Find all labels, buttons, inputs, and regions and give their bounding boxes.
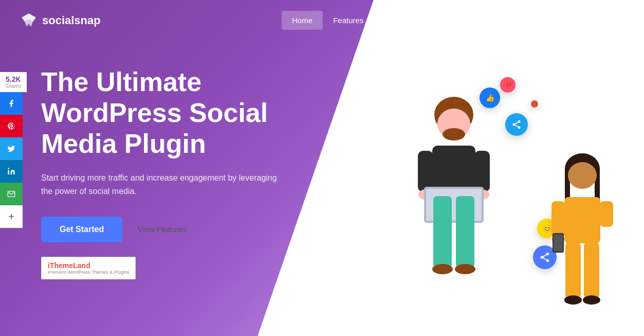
nav-pricing[interactable]: Pricing	[374, 11, 418, 30]
nav-help[interactable]: Help	[454, 11, 490, 30]
nav-links: Home Features Pricing Blog Help	[282, 16, 490, 25]
svg-rect-23	[433, 196, 452, 268]
nav-blog[interactable]: Blog	[418, 11, 454, 30]
share-count: 5.2K Shares	[0, 72, 27, 92]
svg-rect-31	[564, 197, 600, 243]
badge-name: ThemeLand	[50, 261, 90, 270]
float-red-dot	[531, 100, 538, 108]
share-email-button[interactable]	[0, 183, 23, 205]
person-secondary-illustration	[531, 146, 634, 336]
logo[interactable]: socialsnap	[21, 12, 101, 29]
share-linkedin-button[interactable]	[0, 160, 23, 183]
share-sidebar: 5.2K Shares +	[0, 72, 27, 228]
share-count-label: Shares	[5, 83, 22, 89]
svg-rect-37	[565, 242, 581, 299]
nav-home[interactable]: Home	[282, 11, 323, 30]
svg-rect-18	[474, 151, 490, 192]
svg-point-39	[564, 295, 582, 305]
svg-rect-33	[600, 201, 613, 227]
svg-point-15	[443, 128, 465, 140]
svg-rect-24	[456, 196, 474, 268]
hero-section: The Ultimate WordPress Social Media Plug…	[0, 46, 319, 300]
svg-point-2	[8, 168, 9, 169]
share-more-button[interactable]: +	[0, 205, 23, 228]
view-features-link[interactable]: View Features	[138, 225, 187, 234]
share-count-number: 5.2K	[5, 75, 22, 83]
ithemeland-badge: iThemeLand Premium WordPress Themes & Pl…	[41, 257, 136, 279]
hero-title: The Ultimate WordPress Social Media Plug…	[41, 67, 288, 159]
share-twitter-button[interactable]	[0, 137, 23, 160]
svg-point-40	[583, 295, 600, 305]
svg-rect-17	[418, 151, 433, 192]
badge-title: iThemeLand	[48, 261, 129, 270]
more-icon: +	[8, 211, 14, 223]
svg-rect-32	[551, 201, 565, 237]
svg-rect-38	[584, 242, 599, 299]
svg-rect-36	[554, 234, 563, 252]
badge-subtitle: Premium WordPress Themes & Plugins	[48, 270, 129, 275]
illustration-area: 👍 ❤️ 😊 ❤️	[336, 41, 644, 336]
hero-subtitle: Start driving more traffic and increase …	[41, 171, 288, 198]
person-main-illustration	[387, 84, 521, 336]
share-facebook-button[interactable]	[0, 92, 23, 115]
nav-features[interactable]: Features	[323, 11, 374, 30]
get-social-snap-button[interactable]: Get Social Snap	[540, 10, 623, 31]
share-pinterest-button[interactable]	[0, 115, 23, 137]
get-started-button[interactable]: Get Started	[41, 217, 122, 242]
brand-name: socialsnap	[42, 14, 101, 27]
svg-point-25	[432, 264, 453, 274]
nav-right: Login Get Social Snap	[511, 10, 623, 31]
login-button[interactable]: Login	[511, 16, 530, 25]
svg-point-30	[568, 162, 597, 189]
svg-point-26	[455, 264, 475, 274]
hero-buttons: Get Started View Features	[41, 217, 288, 242]
navigation: socialsnap Home Features Pricing Blog He…	[0, 0, 644, 41]
